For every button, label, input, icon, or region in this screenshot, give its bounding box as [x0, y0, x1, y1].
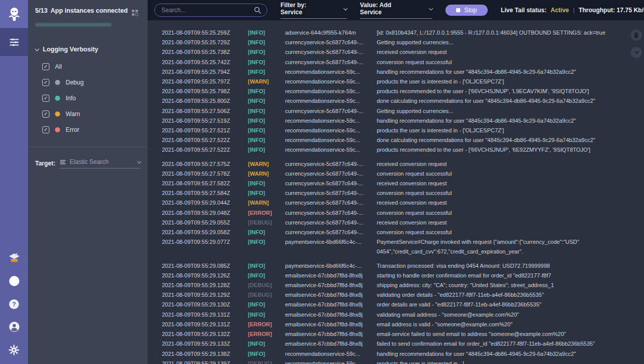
level-dot	[55, 96, 60, 101]
log-service: emailservice-67cbbd7f8d-8hx8j	[285, 310, 377, 320]
log-row[interactable]: 2021-08-09T09:55:27.575Z [WARN] currency…	[148, 159, 644, 169]
chevron-down-icon	[137, 159, 141, 163]
clear-logs-button[interactable]	[631, 30, 642, 41]
live-tail-status: Live Tail status: Active | Throughput: 1…	[501, 7, 644, 14]
settings-gear-icon[interactable]	[8, 344, 20, 356]
log-service: currencyservice-5c6877c649-...	[285, 58, 377, 67]
log-row[interactable]: 2021-08-09T09:55:29.129Z [DEBUG] emailse…	[148, 290, 644, 300]
verbosity-item[interactable]: ✓ Error	[42, 126, 141, 133]
user-icon[interactable]	[8, 321, 20, 333]
log-timestamp: 2021-08-09T09:55:27.582Z	[162, 179, 248, 188]
log-message: order details are valid - "ed822177-f8f7…	[377, 300, 624, 310]
target-select[interactable]: Elastic Search	[60, 158, 141, 169]
log-message: products the user is interested in - ['O…	[377, 126, 624, 135]
log-level: [INFO]	[248, 228, 285, 237]
checkbox-checked-icon[interactable]: ✓	[42, 110, 49, 118]
log-row[interactable]: 2021-08-09T09:55:25.729Z [INFO] currency…	[148, 38, 644, 47]
log-message: products recommended to the user - ['66V…	[377, 87, 624, 96]
rail-item-home[interactable]	[0, 0, 28, 28]
verbosity-item[interactable]: ✓ Debug	[42, 79, 141, 86]
log-level: [INFO]	[248, 47, 285, 57]
main-area: Filter by: Service Value: Add Service St…	[148, 0, 644, 364]
value-dropdown[interactable]: Value: Add Service	[360, 2, 432, 19]
log-row[interactable]: 2021-08-09T09:55:27.522Z [INFO] recommen…	[148, 145, 644, 155]
log-row[interactable]: 2021-08-09T09:55:29.131Z [ERROR] emailse…	[148, 320, 644, 329]
log-row[interactable]: 2021-08-09T09:55:27.506Z [INFO] currency…	[148, 106, 644, 116]
log-row[interactable]: 2021-08-09T09:55:29.044Z [WARN] currency…	[148, 198, 644, 208]
checkbox-checked-icon[interactable]: ✓	[42, 95, 49, 102]
log-level: [DEBUG]	[248, 281, 285, 290]
log-row[interactable]: 2021-08-09T09:55:27.584Z [INFO] currency…	[148, 188, 644, 198]
log-level: [INFO]	[248, 300, 285, 310]
app-rail: ?	[0, 0, 28, 364]
search-box[interactable]	[154, 4, 267, 17]
logging-verbosity-header[interactable]: Logging Verbosity	[35, 46, 141, 53]
log-row[interactable]: 2021-08-09T09:55:29.058Z [INFO] currency…	[148, 228, 644, 237]
search-icon[interactable]	[254, 6, 262, 14]
help-icon[interactable]: ?	[8, 298, 20, 310]
stop-button[interactable]: Stop	[445, 5, 488, 16]
log-level: [DEBUG]	[248, 290, 285, 300]
log-timestamp: 2021-08-09T09:55:29.044Z	[162, 198, 248, 208]
log-row[interactable]: 2021-08-09T09:55:25.738Z [INFO] currency…	[148, 47, 644, 57]
scroll-to-bottom-button[interactable]	[631, 47, 642, 58]
log-row[interactable]: 2021-08-09T09:55:29.133Z [INFO] emailser…	[148, 339, 644, 349]
log-level: [ERROR]	[248, 320, 285, 329]
log-row[interactable]: 2021-08-09T09:55:29.138Z [INFO] recommen…	[148, 349, 644, 359]
filter-by-dropdown[interactable]: Filter by: Service	[281, 2, 347, 19]
log-row[interactable]: 2021-08-09T09:55:25.742Z [INFO] currency…	[148, 58, 644, 67]
log-row[interactable]: 2021-08-09T09:55:29.130Z [INFO] emailser…	[148, 300, 644, 310]
log-message: received conversion request	[377, 159, 624, 169]
log-timestamp: 2021-08-09T09:55:29.077Z	[162, 237, 248, 257]
log-message: received conversion request	[377, 47, 624, 57]
log-service: currencyservice-5c6877c649-...	[285, 106, 377, 116]
log-row[interactable]: 2021-08-09T09:55:25.794Z [INFO] recommen…	[148, 67, 644, 77]
log-level: [INFO]	[248, 271, 285, 281]
rail-item-live-logging[interactable]	[0, 28, 28, 56]
log-level: [INFO]	[248, 28, 285, 38]
log-row[interactable]: 2021-08-09T09:55:29.131Z [INFO] emailser…	[148, 310, 644, 320]
log-timestamp: 2021-08-09T09:55:29.132Z	[162, 329, 248, 339]
log-row[interactable]: 2021-08-09T09:55:29.085Z [INFO] payments…	[148, 261, 644, 271]
chat-bubble-icon[interactable]	[8, 275, 20, 287]
log-row[interactable]: 2021-08-09T09:55:25.798Z [INFO] recommen…	[148, 87, 644, 96]
checkbox-checked-icon[interactable]: ✓	[42, 79, 49, 86]
instances-panel-icon[interactable]	[129, 7, 141, 18]
log-timestamp: 2021-08-09T09:55:29.128Z	[162, 281, 248, 290]
log-level: [INFO]	[248, 58, 285, 67]
target-row: Target: Elastic Search	[35, 158, 141, 169]
log-row[interactable]: 2021-08-09T09:55:29.128Z [DEBUG] emailse…	[148, 281, 644, 290]
log-row[interactable]: 2021-08-09T09:55:29.048Z [ERROR] currenc…	[148, 208, 644, 218]
checkbox-checked-icon[interactable]: ✓	[42, 63, 49, 70]
log-row[interactable]: 2021-08-09T09:55:29.139Z [DEBUG] recomme…	[148, 359, 644, 364]
log-row[interactable]: 2021-08-09T09:55:29.077Z [INFO] payments…	[148, 237, 644, 257]
log-message: email address is valid - "someone@exampl…	[377, 320, 624, 329]
log-message: conversion request successful	[377, 188, 624, 198]
log-row[interactable]: 2021-08-09T09:55:25.797Z [WARN] recommen…	[148, 77, 644, 87]
log-row[interactable]: 2021-08-09T09:55:27.519Z [INFO] recommen…	[148, 116, 644, 126]
log-row[interactable]: 2021-08-09T09:55:27.522Z [INFO] recommen…	[148, 135, 644, 145]
log-row[interactable]: 2021-08-09T09:55:25.259Z [INFO] adservic…	[148, 28, 644, 38]
log-row[interactable]: 2021-08-09T09:55:27.521Z [INFO] recommen…	[148, 126, 644, 135]
log-timestamp: 2021-08-09T09:55:29.048Z	[162, 208, 248, 218]
log-service: recommendationservice-59c...	[285, 67, 377, 77]
log-service: emailservice-67cbbd7f8d-8hx8j	[285, 320, 377, 329]
log-message: products the user is interested in - [	[377, 359, 624, 364]
log-timestamp: 2021-08-09T09:55:29.130Z	[162, 300, 248, 310]
verbosity-item[interactable]: ✓ All	[42, 63, 141, 70]
search-input[interactable]	[161, 7, 254, 14]
log-row[interactable]: 2021-08-09T09:55:29.055Z [DEBUG] currenc…	[148, 218, 644, 228]
log-service: recommendationservice-59c...	[285, 96, 377, 106]
log-row[interactable]: 2021-08-09T09:55:29.126Z [INFO] emailser…	[148, 271, 644, 281]
log-row[interactable]: 2021-08-09T09:55:27.582Z [INFO] currency…	[148, 179, 644, 188]
log-row[interactable]: 2021-08-09T09:55:25.800Z [INFO] recommen…	[148, 96, 644, 106]
log-message: [id: 0x810b4347, L:/127.0.0.1:9555 - R:/…	[377, 28, 624, 38]
log-row[interactable]: 2021-08-09T09:55:27.578Z [WARN] currency…	[148, 169, 644, 179]
chevron-down-icon	[35, 47, 39, 51]
verbosity-item[interactable]: ✓ Info	[42, 95, 141, 102]
checkbox-checked-icon[interactable]: ✓	[42, 126, 49, 133]
verbosity-item[interactable]: ✓ Warn	[42, 110, 141, 118]
chevron-down-icon	[634, 49, 638, 53]
log-row[interactable]: 2021-08-09T09:55:29.132Z [ERROR] emailse…	[148, 329, 644, 339]
academy-icon[interactable]	[8, 252, 20, 264]
